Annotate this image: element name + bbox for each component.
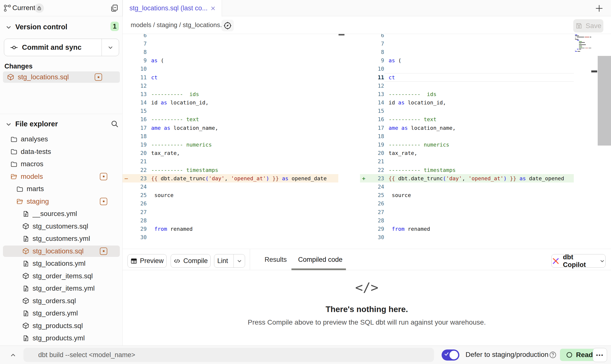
tab-compiled-code[interactable]: Compiled code <box>298 249 342 270</box>
line-number: 10 <box>130 66 147 72</box>
tab-stg-locations[interactable]: stg_locations.sql (last co... <box>123 0 222 17</box>
empty-state-title: There's nothing here. <box>123 305 611 314</box>
save-button[interactable]: Save <box>573 19 603 33</box>
commit-and-sync-button[interactable]: Commit and sync <box>4 39 119 56</box>
empty-state: </> There's nothing here. Press Compile … <box>123 280 611 326</box>
line-number: 27 <box>130 209 147 215</box>
left-scrollbar-thumb[interactable] <box>339 34 344 35</box>
file-row-stg-order-items-sql[interactable]: stg_order_items.sql <box>0 270 123 282</box>
changed-file-row[interactable]: stg_locations.sql <box>3 71 120 83</box>
file-icon <box>22 235 29 242</box>
code-line-11: 11ct <box>360 73 574 82</box>
code-line-22: 22---------- timestamps <box>360 166 574 174</box>
line-number: 20 <box>130 150 147 156</box>
dbt-copilot-button[interactable]: dbt Copilot <box>551 254 606 268</box>
code-text: {{ dbt.date_trunc('day', 'opened_at') }}… <box>147 175 327 182</box>
file-row-stg-products-sql[interactable]: stg_products.sql <box>0 320 123 332</box>
file-row-stg-order-items-yml[interactable]: stg_order_items.yml <box>0 282 123 295</box>
file-tree: analysesdata-testsmacrosmodelsmartsstagi… <box>0 133 123 345</box>
expand-command-bar-icon[interactable] <box>7 351 19 359</box>
save-button-label: Save <box>586 22 601 30</box>
duplicate-branch-icon[interactable] <box>110 4 119 13</box>
file-label: models <box>21 173 43 181</box>
active-tab-underline <box>291 268 346 270</box>
version-control-title[interactable]: Version control <box>15 23 67 31</box>
file-row-stg-locations-yml[interactable]: stg_locations.yml <box>0 257 123 270</box>
code-text: as ( <box>147 57 164 64</box>
diff-pane-original[interactable]: 6789as (1011ct1213---------- ids14id as … <box>123 34 338 249</box>
code-text: ame as location_name, <box>384 125 456 131</box>
lint-options-caret[interactable] <box>234 254 245 267</box>
code-line-26: 26 <box>123 199 338 208</box>
file-row-staging[interactable]: staging <box>0 195 123 208</box>
code-text: ---------- ids <box>384 91 436 97</box>
line-number: 13 <box>130 91 147 97</box>
code-line-18: 18 <box>123 132 338 140</box>
git-branch-icon <box>3 4 11 12</box>
changes-label: Changes <box>4 63 33 70</box>
help-icon[interactable] <box>549 351 557 359</box>
code-line-13: 13---------- ids <box>123 90 338 98</box>
file-row-stg-customers-yml[interactable]: stg_customers.yml <box>0 232 123 245</box>
code-line-6: 6 <box>123 34 338 39</box>
file-explorer-collapse-icon[interactable] <box>5 121 12 128</box>
file-search-icon[interactable] <box>110 120 119 128</box>
line-number: 16 <box>367 116 384 122</box>
file-row-stg-orders-yml[interactable]: stg_orders.yml <box>0 307 123 320</box>
compile-button[interactable]: Compile <box>171 254 211 268</box>
lint-button[interactable]: Lint <box>214 254 245 268</box>
code-text: tax_rate, <box>147 150 180 156</box>
code-line-21: 21 <box>360 157 574 166</box>
minimap-line <box>575 46 591 46</box>
code-line-20: 20tax_rate, <box>360 149 574 157</box>
code-text: source <box>147 192 174 198</box>
model-icon <box>22 223 29 230</box>
diff-pane-modified[interactable]: 6789as (1011ct1213---------- ids14id as … <box>360 34 574 249</box>
code-text: id as location_id, <box>384 99 446 106</box>
file-label: stg_orders.sql <box>33 297 76 305</box>
file-row-stg-products-yml[interactable]: stg_products.yml <box>0 332 123 345</box>
file-row--sources-yml[interactable]: __sources.yml <box>0 208 123 220</box>
line-number: 16 <box>130 116 147 122</box>
file-row-models[interactable]: models <box>0 170 123 183</box>
file-row-macros[interactable]: macros <box>0 158 123 170</box>
minimap-line <box>575 43 591 44</box>
defer-toggle[interactable] <box>442 349 459 361</box>
file-icon <box>22 210 29 217</box>
line-number: 30 <box>130 234 147 240</box>
minimap-line <box>575 47 591 47</box>
file-row-marts[interactable]: marts <box>0 183 123 195</box>
code-icon <box>173 257 181 265</box>
line-number: 23 <box>367 175 384 182</box>
code-line-24: 24 <box>360 182 574 191</box>
commit-options-caret[interactable] <box>102 39 119 56</box>
command-input[interactable] <box>23 348 434 362</box>
lineage-icon[interactable] <box>221 20 234 31</box>
tab-results[interactable]: Results <box>265 249 287 270</box>
line-number: 12 <box>130 83 147 89</box>
file-row-stg-orders-sql[interactable]: stg_orders.sql <box>0 295 123 307</box>
preview-button[interactable]: Preview <box>127 254 167 268</box>
file-label: stg_order_items.sql <box>33 272 93 280</box>
line-number: 17 <box>130 125 147 131</box>
line-number: 21 <box>130 158 147 165</box>
defer-label: Defer to staging/production <box>466 351 548 359</box>
more-options-button[interactable]: ••• <box>593 348 607 362</box>
version-control-collapse-icon[interactable] <box>5 24 12 31</box>
close-tab-icon[interactable] <box>210 5 216 12</box>
lint-label[interactable]: Lint <box>214 254 231 267</box>
code-rows-right: 6789as (1011ct1213---------- ids14id as … <box>360 34 574 242</box>
editor-scrollbar-thumb[interactable] <box>598 56 611 146</box>
commit-icon <box>10 44 18 51</box>
branch-bar: Current <box>0 0 123 16</box>
line-number: 9 <box>130 57 147 64</box>
minimap[interactable] <box>575 34 591 54</box>
code-text: ---------- text <box>147 116 199 122</box>
file-row-data-tests[interactable]: data-tests <box>0 146 123 158</box>
file-explorer-title[interactable]: File explorer <box>15 120 58 128</box>
file-row-stg-customers-sql[interactable]: stg_customers.sql <box>0 220 123 233</box>
file-row-analyses[interactable]: analyses <box>0 133 123 146</box>
file-row-stg-locations-sql[interactable]: stg_locations.sql <box>0 245 123 258</box>
file-label: data-tests <box>21 148 51 156</box>
new-tab-icon[interactable] <box>594 3 604 13</box>
